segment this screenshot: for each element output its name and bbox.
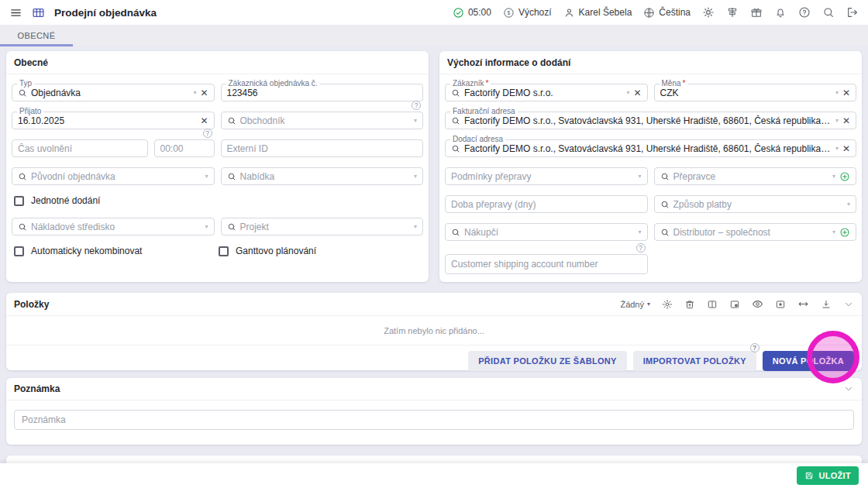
typ-field[interactable]: Typ Objednávka ▾ ✕ [12, 84, 215, 101]
chevron-down-icon[interactable]: ▾ [414, 174, 417, 180]
tab-bar: OBECNÉ [0, 25, 868, 46]
collapse-icon[interactable] [843, 383, 854, 394]
add-from-template-button[interactable]: PŘIDAT POLOŽKU ZE ŠABLONY [468, 351, 626, 371]
search-icon [18, 222, 27, 232]
theme-toggle-icon[interactable] [702, 6, 715, 19]
field-label: Zákazník* [450, 79, 491, 88]
import-items-button[interactable]: ? IMPORTOVAT POLOŽKY [633, 351, 756, 371]
help-icon[interactable]: ? [636, 243, 646, 253]
required-mark: * [683, 79, 686, 88]
items-card: Položky Žádný ▾ Zatím nebylo nic přidáno… [6, 293, 862, 370]
sales-order-page: Prodejní objednávka 05:00 Výchozí Karel … [0, 0, 868, 488]
shipping-account-field[interactable]: ? Customer shipping account number [445, 254, 648, 274]
preset-selector[interactable]: Výchozí [503, 7, 552, 19]
filter-dropdown[interactable]: Žádný ▾ [620, 300, 650, 309]
swap-horizontal-icon[interactable] [797, 298, 809, 310]
chevron-down-icon[interactable]: ▾ [847, 201, 850, 208]
save-button[interactable]: ULOŽIT [797, 466, 859, 485]
signpost-icon[interactable] [726, 6, 739, 19]
settings-icon[interactable] [662, 299, 673, 310]
search-icon[interactable] [822, 6, 835, 19]
shipping-address-field[interactable]: Dodací adresa Factorify DEMO s.r.o., Sva… [445, 139, 856, 157]
original-order-field[interactable]: Původní objednávka ▾ [12, 167, 215, 185]
billing-address-field[interactable]: Fakturační adresa Factorify DEMO s.r.o.,… [445, 112, 856, 129]
clear-icon[interactable]: ✕ [633, 88, 641, 98]
checkbox-icon[interactable] [14, 246, 24, 256]
auto-not-combine-checkbox[interactable]: Automaticky nekombinovat [14, 246, 219, 256]
gantt-planning-checkbox[interactable]: Ganttovo plánování [219, 246, 423, 256]
clear-icon[interactable]: ✕ [842, 144, 850, 153]
search-icon [451, 228, 460, 237]
notifications-icon[interactable] [774, 6, 787, 19]
visibility-icon[interactable] [752, 298, 763, 310]
chevron-down-icon[interactable]: ▾ [832, 229, 835, 235]
help-icon[interactable]: ? [412, 101, 421, 110]
chevron-down-icon[interactable]: ▾ [835, 146, 839, 152]
chevron-down-icon[interactable]: ▾ [638, 174, 641, 180]
chevron-down-icon[interactable]: ▾ [205, 224, 208, 230]
help-icon[interactable]: ? [750, 343, 760, 352]
image-icon[interactable] [775, 299, 786, 310]
download-icon[interactable] [821, 299, 832, 310]
chevron-down-icon[interactable]: ▾ [835, 90, 839, 96]
columns-icon[interactable] [707, 299, 718, 310]
search-icon [227, 116, 236, 125]
trash-restore-icon[interactable] [684, 299, 695, 310]
help-icon[interactable] [798, 6, 811, 19]
checkbox-icon[interactable] [14, 196, 24, 206]
chevron-down-icon[interactable]: ▾ [638, 229, 641, 235]
offer-field[interactable]: Nabídka ▾ [221, 167, 424, 185]
chevron-down-icon[interactable]: ▾ [832, 174, 835, 180]
timer-group[interactable]: 05:00 [453, 7, 491, 19]
payment-method-field[interactable]: Způsob platby ▾ [654, 195, 857, 213]
buyer-field[interactable]: Nákupčí ▾ [445, 223, 648, 241]
cost-center-field[interactable]: Nákladové středisko ▾ [12, 218, 215, 235]
add-icon[interactable] [839, 227, 850, 238]
shipping-terms-field[interactable]: Podmínky přepravy ▾ [445, 167, 648, 185]
single-delivery-checkbox[interactable]: Jednotné dodání [14, 195, 423, 206]
user-menu[interactable]: Karel Šebela [563, 7, 632, 19]
release-clock-field[interactable]: ? 00:00 [154, 139, 215, 157]
external-id-field[interactable]: Externí ID [221, 139, 424, 157]
tab-general[interactable]: OBECNÉ [0, 25, 73, 46]
chevron-down-icon[interactable]: ▾ [414, 224, 417, 230]
section-title: Poznámka [14, 383, 60, 394]
checkbox-icon[interactable] [219, 246, 229, 256]
language-selector[interactable]: Čeština [643, 7, 691, 19]
chevron-down-icon[interactable]: ▾ [414, 118, 417, 124]
note-input[interactable]: Poznámka [14, 410, 854, 430]
menu-icon[interactable] [9, 6, 22, 19]
search-icon [660, 172, 670, 181]
chevron-down-icon[interactable]: ▾ [835, 118, 839, 124]
release-time-field[interactable]: Čas uvolnění [12, 139, 148, 157]
gift-icon[interactable] [750, 6, 763, 19]
currency-field[interactable]: Měna* CZK ▾ ✕ [654, 84, 857, 101]
received-date-field[interactable]: Přijato 16.10.2025 ✕ [12, 112, 215, 129]
new-item-button[interactable]: NOVÁ POLOŽKA [763, 351, 854, 371]
currency-icon [503, 7, 515, 19]
distributor-field[interactable]: Distributor – společnost ▾ [654, 223, 857, 241]
clear-icon[interactable]: ✕ [842, 116, 850, 125]
customer-order-no-field[interactable]: Zákaznická objednávka č. 123456 [221, 84, 424, 101]
search-icon [451, 116, 460, 125]
customer-field[interactable]: Zákazník* Factorify DEMO s.r.o. ▾ ✕ [445, 84, 648, 101]
transport-days-field[interactable]: Doba přepravy (dny) [445, 195, 648, 213]
clear-icon[interactable]: ✕ [842, 88, 850, 98]
help-icon[interactable]: ? [203, 129, 212, 138]
field-label: Měna* [660, 79, 688, 88]
layout-icon[interactable] [729, 299, 740, 310]
chevron-down-icon[interactable]: ▾ [205, 174, 208, 180]
language-label: Čeština [659, 7, 691, 18]
add-icon[interactable] [839, 171, 850, 182]
collapse-icon[interactable] [843, 299, 854, 310]
footer-bar: ULOŽIT [0, 463, 868, 488]
project-field[interactable]: Projekt ▾ [221, 218, 424, 235]
clear-icon[interactable]: ✕ [200, 116, 208, 125]
chevron-down-icon[interactable]: ▾ [626, 90, 629, 96]
carrier-field[interactable]: Přepravce ▾ [654, 167, 857, 185]
chevron-down-icon[interactable]: ▾ [193, 90, 196, 96]
salesman-field[interactable]: ? Obchodník ▾ [221, 112, 424, 129]
clear-icon[interactable]: ✕ [200, 88, 208, 98]
required-mark: * [486, 79, 489, 88]
logout-icon[interactable] [846, 6, 859, 19]
